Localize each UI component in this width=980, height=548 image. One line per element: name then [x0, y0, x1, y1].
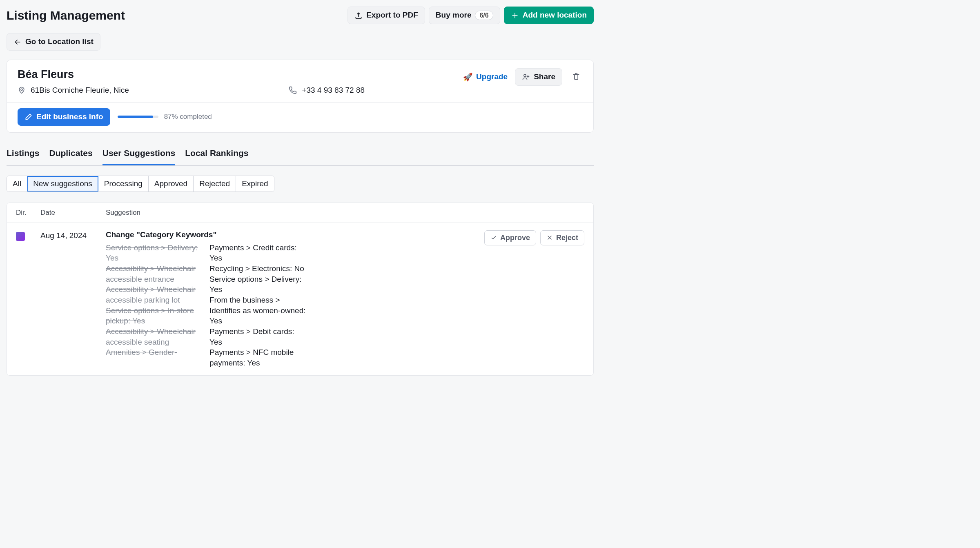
share-button[interactable]: Share: [515, 68, 562, 86]
new-value: From the business > Identifies as women-…: [209, 295, 307, 326]
upgrade-link[interactable]: 🚀 Upgrade: [463, 72, 508, 82]
tabs: ListingsDuplicatesUser SuggestionsLocal …: [7, 145, 594, 166]
phone-icon: [289, 86, 297, 94]
edit-business-label: Edit business info: [36, 112, 103, 122]
back-label: Go to Location list: [25, 37, 94, 47]
new-value: Service options > Delivery: Yes: [209, 274, 307, 295]
tab-duplicates[interactable]: Duplicates: [49, 145, 93, 165]
completion-text: 87% completed: [164, 113, 212, 121]
back-button[interactable]: Go to Location list: [7, 33, 100, 51]
tab-listings[interactable]: Listings: [7, 145, 40, 165]
svg-point-1: [524, 74, 526, 76]
export-pdf-label: Export to PDF: [366, 11, 418, 20]
buy-more-button[interactable]: Buy more 6/6: [429, 7, 500, 24]
new-value: Payments > Debit cards: Yes: [209, 326, 307, 347]
approve-button[interactable]: Approve: [484, 230, 536, 245]
buy-more-label: Buy more: [436, 11, 472, 20]
new-value: Payments > NFC mobile payments: Yes: [209, 347, 307, 368]
person-plus-icon: [522, 73, 530, 81]
pin-icon: [18, 86, 26, 94]
buy-more-count-badge: 6/6: [475, 11, 493, 20]
old-value: Service options > In-store pickup: Yes: [106, 305, 204, 326]
completion-progress: 87% completed: [118, 113, 212, 121]
rocket-icon: 🚀: [463, 72, 473, 82]
edit-business-button[interactable]: Edit business info: [18, 108, 110, 126]
filter-approved[interactable]: Approved: [149, 176, 194, 192]
directory-icon: [16, 232, 25, 241]
business-phone: +33 4 93 83 72 88: [302, 86, 365, 95]
approve-label: Approve: [500, 234, 530, 242]
old-value: Accessibility > Wheelchair accessible pa…: [106, 284, 204, 305]
add-location-label: Add new location: [523, 11, 587, 20]
pencil-icon: [24, 113, 33, 121]
page-title: Listing Management: [7, 9, 347, 22]
tab-local-rankings[interactable]: Local Rankings: [185, 145, 248, 165]
business-card: Béa Fleurs 61Bis Corniche Fleurie, Nice …: [7, 60, 594, 133]
suggestions-table: Dir. Date Suggestion Aug 14, 2024 Change…: [7, 203, 594, 376]
old-value: Accessibility > Wheelchair accessible en…: [106, 263, 204, 284]
filter-all[interactable]: All: [7, 176, 27, 192]
plus-icon: [511, 11, 519, 20]
row-date: Aug 14, 2024: [40, 230, 106, 240]
suggestion-title: Change "Category Keywords": [106, 230, 478, 239]
business-address: 61Bis Corniche Fleurie, Nice: [31, 86, 129, 95]
col-date: Date: [40, 209, 106, 217]
filter-processing[interactable]: Processing: [98, 176, 149, 192]
col-dir: Dir.: [16, 209, 40, 217]
x-icon: [546, 234, 553, 241]
filter-group: AllNew suggestionsProcessingApprovedReje…: [7, 176, 274, 192]
upgrade-label: Upgrade: [476, 72, 508, 81]
old-value: Service options > Delivery: Yes: [106, 243, 204, 263]
reject-label: Reject: [556, 234, 578, 242]
tab-user-suggestions[interactable]: User Suggestions: [102, 145, 176, 165]
filter-new-suggestions[interactable]: New suggestions: [27, 176, 98, 192]
add-location-button[interactable]: Add new location: [504, 7, 594, 24]
old-value: Accessibility > Wheelchair accessible se…: [106, 326, 204, 347]
arrow-left-icon: [13, 38, 22, 46]
filter-expired[interactable]: Expired: [236, 176, 274, 192]
delete-button[interactable]: [570, 70, 583, 84]
new-value: Recycling > Electronics: No: [209, 263, 307, 274]
col-suggestion: Suggestion: [106, 209, 478, 217]
reject-button[interactable]: Reject: [540, 230, 584, 245]
check-icon: [490, 234, 497, 241]
filter-rejected[interactable]: Rejected: [194, 176, 236, 192]
new-value: Payments > Credit cards: Yes: [209, 243, 307, 263]
share-label: Share: [534, 72, 555, 82]
trash-icon: [572, 72, 580, 80]
upload-icon: [354, 11, 363, 20]
old-value: Amenities > Gender-: [106, 347, 204, 358]
svg-point-0: [21, 89, 22, 90]
table-row: Aug 14, 2024 Change "Category Keywords" …: [7, 223, 593, 376]
export-pdf-button[interactable]: Export to PDF: [347, 7, 425, 24]
